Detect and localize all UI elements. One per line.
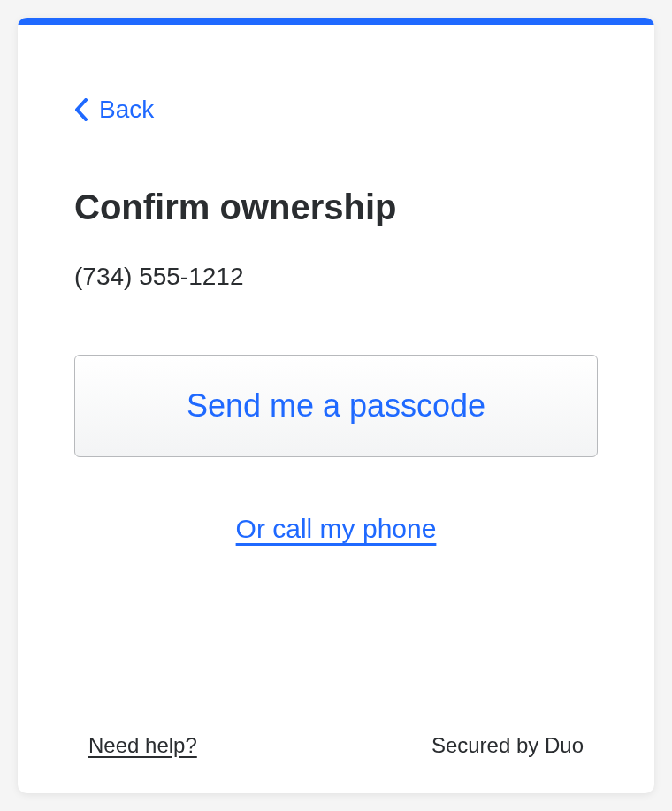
accent-bar <box>18 18 654 25</box>
secured-by-label: Secured by Duo <box>431 733 584 758</box>
back-button[interactable]: Back <box>74 96 154 124</box>
chevron-left-icon <box>74 98 88 121</box>
help-link[interactable]: Need help? <box>88 733 197 758</box>
page-title: Confirm ownership <box>74 187 598 227</box>
footer: Need help? Secured by Duo <box>18 733 654 793</box>
send-passcode-button[interactable]: Send me a passcode <box>74 355 598 457</box>
content-area: Back Confirm ownership (734) 555-1212 Se… <box>18 25 654 733</box>
dialog-card: Back Confirm ownership (734) 555-1212 Se… <box>18 18 654 793</box>
back-label: Back <box>99 96 154 124</box>
call-phone-link[interactable]: Or call my phone <box>236 514 437 544</box>
phone-number: (734) 555-1212 <box>74 263 598 291</box>
